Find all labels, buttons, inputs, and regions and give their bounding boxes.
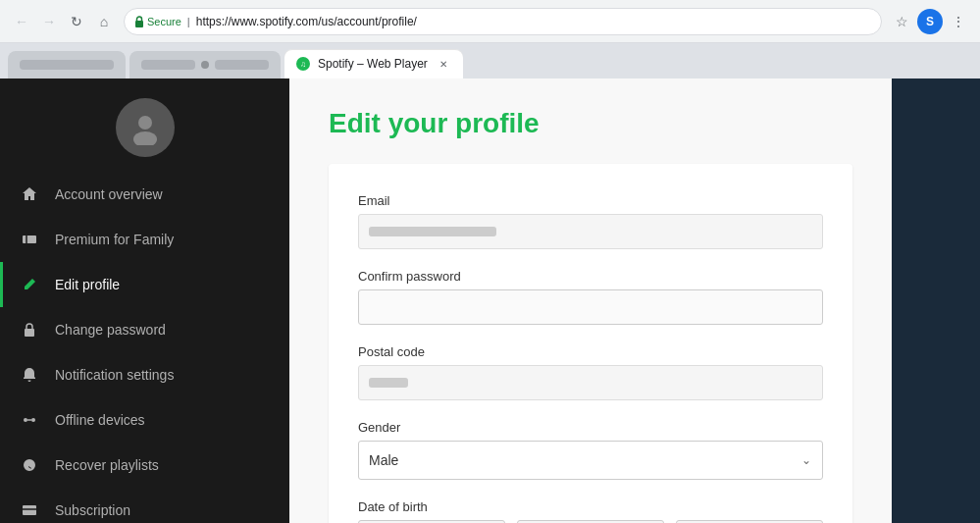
tab-favicon: ♫ bbox=[296, 57, 310, 71]
gender-group: Gender Male Female Non-binary Other Pref… bbox=[358, 420, 823, 480]
right-panel bbox=[892, 78, 980, 523]
svg-point-2 bbox=[133, 131, 157, 145]
blurred-tab-1[interactable] bbox=[8, 51, 126, 78]
secure-label: Secure bbox=[147, 16, 181, 27]
svg-point-1 bbox=[138, 116, 152, 130]
sidebar-item-notification-settings[interactable]: Notification settings bbox=[0, 352, 289, 397]
main-content: Account overview Premium for Family bbox=[0, 78, 980, 523]
email-input-blurred bbox=[358, 214, 823, 249]
more-options-button[interactable]: ⋮ bbox=[947, 10, 970, 33]
sidebar-item-recover-playlists[interactable]: Recover playlists bbox=[0, 443, 289, 488]
reload-button[interactable]: ↻ bbox=[65, 10, 88, 33]
sidebar-label-change-password: Change password bbox=[55, 322, 166, 338]
svg-rect-5 bbox=[25, 329, 34, 337]
svg-rect-3 bbox=[23, 235, 36, 243]
nav-buttons: ← → ↻ ⌂ bbox=[10, 10, 116, 33]
recover-icon bbox=[20, 455, 39, 475]
dob-group: Date of birth ⌄ ⌄ bbox=[358, 499, 823, 523]
home-icon bbox=[20, 184, 39, 204]
ticket-icon bbox=[20, 230, 39, 249]
lock-icon bbox=[20, 320, 39, 340]
confirm-password-input[interactable] bbox=[358, 289, 823, 325]
sidebar-avatar bbox=[0, 78, 289, 172]
postal-blur-bar bbox=[369, 378, 408, 388]
sidebar-label-edit-profile: Edit profile bbox=[55, 277, 120, 292]
bell-icon bbox=[20, 365, 39, 385]
tab-bar: ♫ Spotify – Web Player ✕ bbox=[0, 43, 980, 78]
email-group: Email bbox=[358, 193, 823, 249]
browser-actions: ☆ S ⋮ bbox=[890, 9, 970, 34]
bookmark-button[interactable]: ☆ bbox=[890, 10, 913, 33]
sidebar-label-offline-devices: Offline devices bbox=[55, 412, 145, 428]
sidebar-item-change-password[interactable]: Change password bbox=[0, 307, 289, 352]
email-label: Email bbox=[358, 193, 823, 208]
form-card: Email Confirm password Postal code Gende… bbox=[329, 164, 852, 523]
sidebar-label-recover-playlists: Recover playlists bbox=[55, 457, 159, 473]
confirm-password-label: Confirm password bbox=[358, 269, 823, 284]
avatar bbox=[116, 98, 175, 157]
profile-icon-button[interactable]: S bbox=[917, 9, 943, 34]
browser-chrome: ← → ↻ ⌂ Secure | https://www.spotify.com… bbox=[0, 0, 980, 43]
subscription-icon bbox=[20, 500, 39, 520]
forward-button[interactable]: → bbox=[37, 10, 61, 33]
sidebar-item-account-overview[interactable]: Account overview bbox=[0, 172, 289, 217]
url-text: https://www.spotify.com/us/account/profi… bbox=[196, 15, 417, 28]
sidebar-item-edit-profile[interactable]: Edit profile bbox=[0, 262, 289, 307]
home-button[interactable]: ⌂ bbox=[92, 10, 116, 33]
sidebar-label-account-overview: Account overview bbox=[55, 186, 163, 202]
blurred-tab-2[interactable] bbox=[129, 51, 281, 78]
back-button[interactable]: ← bbox=[10, 10, 33, 33]
svg-point-6 bbox=[24, 418, 27, 422]
postal-code-input-blurred bbox=[358, 365, 823, 400]
blurred-tab-content bbox=[20, 60, 114, 70]
dob-label: Date of birth bbox=[358, 499, 823, 514]
blurred-tab-content-2 bbox=[141, 60, 195, 70]
page-title: Edit your profile bbox=[329, 108, 852, 139]
sidebar-label-premium-for-family: Premium for Family bbox=[55, 232, 174, 247]
blurred-tab-content-3 bbox=[215, 60, 269, 70]
sidebar-label-notification-settings: Notification settings bbox=[55, 367, 174, 383]
sidebar: Account overview Premium for Family bbox=[0, 78, 289, 523]
confirm-password-group: Confirm password bbox=[358, 269, 823, 325]
svg-point-7 bbox=[31, 418, 35, 422]
sidebar-label-subscription: Subscription bbox=[55, 502, 130, 518]
sidebar-item-premium-for-family[interactable]: Premium for Family bbox=[0, 217, 289, 262]
svg-rect-0 bbox=[135, 21, 143, 27]
active-tab[interactable]: ♫ Spotify – Web Player ✕ bbox=[284, 49, 463, 78]
sidebar-navigation: Account overview Premium for Family bbox=[0, 172, 289, 523]
sidebar-item-offline-devices[interactable]: Offline devices bbox=[0, 397, 289, 443]
email-blur-bar bbox=[369, 227, 496, 236]
postal-code-label: Postal code bbox=[358, 344, 823, 359]
gender-select-wrapper: Male Female Non-binary Other Prefer not … bbox=[358, 441, 823, 480]
postal-code-group: Postal code bbox=[358, 344, 823, 400]
address-bar[interactable]: Secure | https://www.spotify.com/us/acco… bbox=[124, 8, 882, 35]
sidebar-item-subscription[interactable]: Subscription bbox=[0, 488, 289, 523]
tab-dot bbox=[201, 61, 209, 69]
devices-icon bbox=[20, 410, 39, 430]
svg-rect-9 bbox=[23, 505, 36, 515]
page-content: Edit your profile Email Confirm password… bbox=[289, 78, 892, 523]
edit-icon bbox=[20, 275, 39, 294]
gender-select[interactable]: Male Female Non-binary Other Prefer not … bbox=[358, 441, 823, 480]
tab-title: Spotify – Web Player bbox=[318, 57, 428, 71]
gender-label: Gender bbox=[358, 420, 823, 435]
tab-close-button[interactable]: ✕ bbox=[436, 56, 451, 72]
secure-icon: Secure bbox=[134, 16, 181, 27]
